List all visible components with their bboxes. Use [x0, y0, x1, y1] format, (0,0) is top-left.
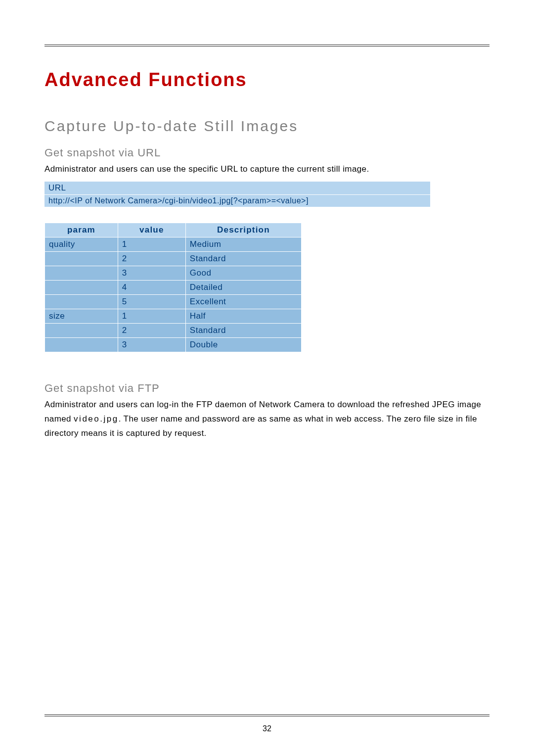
cell-description: Half — [185, 309, 301, 323]
param-table: param value Description quality1Medium2S… — [44, 223, 302, 352]
ftp-section-paragraph: Administrator and users can log-in the F… — [44, 398, 490, 441]
cell-value: 2 — [118, 251, 185, 266]
table-row: 4Detailed — [45, 280, 302, 294]
cell-param: quality — [45, 237, 118, 251]
param-header-description: Description — [185, 223, 301, 237]
table-row: 3Good — [45, 266, 302, 280]
table-row: 2Standard — [45, 251, 302, 266]
page-number: 32 — [0, 724, 534, 733]
param-header-param: param — [45, 223, 118, 237]
url-box: URL http://<IP of Network Camera>/cgi-bi… — [44, 182, 430, 207]
cell-param — [45, 251, 118, 266]
cell-description: Excellent — [185, 294, 301, 309]
cell-value: 4 — [118, 280, 185, 294]
ftp-section-heading: Get snapshot via FTP — [44, 382, 490, 395]
cell-description: Standard — [185, 251, 301, 266]
ftp-section: Get snapshot via FTP Administrator and u… — [44, 382, 490, 441]
url-box-header: URL — [44, 182, 430, 195]
cell-description: Double — [185, 337, 301, 352]
url-box-content: http://<IP of Network Camera>/cgi-bin/vi… — [44, 195, 430, 207]
cell-param — [45, 337, 118, 352]
cell-value: 1 — [118, 237, 185, 251]
cell-param: size — [45, 309, 118, 323]
url-section-heading: Get snapshot via URL — [44, 146, 490, 159]
cell-description: Good — [185, 266, 301, 280]
top-rule — [44, 45, 490, 47]
document-page: Advanced Functions Capture Up-to-date St… — [44, 45, 490, 726]
cell-param — [45, 280, 118, 294]
param-table-header-row: param value Description — [45, 223, 302, 237]
cell-param — [45, 294, 118, 309]
ftp-file-name: video.jpg — [74, 414, 119, 424]
param-header-value: value — [118, 223, 185, 237]
cell-value: 3 — [118, 337, 185, 352]
page-title: Advanced Functions — [44, 69, 490, 91]
table-row: size1Half — [45, 309, 302, 323]
cell-value: 2 — [118, 323, 185, 337]
table-row: 5Excellent — [45, 294, 302, 309]
cell-param — [45, 266, 118, 280]
section-subtitle: Capture Up-to-date Still Images — [44, 118, 490, 135]
url-section-intro: Administrator and users can use the spec… — [44, 162, 490, 177]
cell-param — [45, 323, 118, 337]
cell-description: Standard — [185, 323, 301, 337]
cell-description: Medium — [185, 237, 301, 251]
cell-value: 1 — [118, 309, 185, 323]
cell-value: 5 — [118, 294, 185, 309]
cell-description: Detailed — [185, 280, 301, 294]
table-row: quality1Medium — [45, 237, 302, 251]
table-row: 2Standard — [45, 323, 302, 337]
cell-value: 3 — [118, 266, 185, 280]
bottom-rule — [44, 714, 490, 716]
table-row: 3Double — [45, 337, 302, 352]
